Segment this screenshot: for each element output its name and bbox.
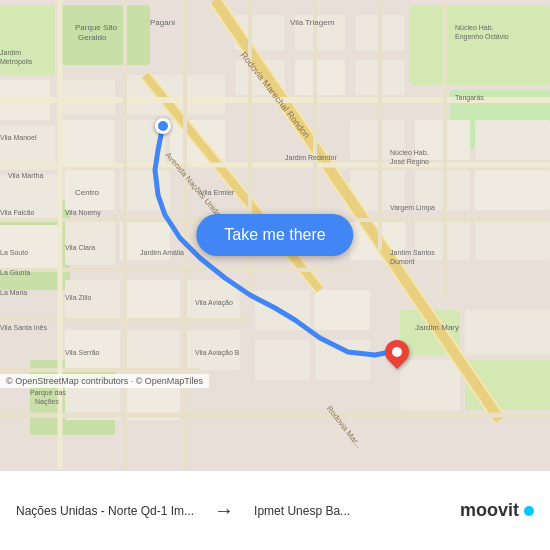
svg-text:Pagani: Pagani <box>150 18 175 27</box>
svg-text:Vila Noemy: Vila Noemy <box>65 209 101 217</box>
svg-text:Jardim Mary: Jardim Mary <box>415 323 459 332</box>
start-pin <box>155 118 171 134</box>
svg-text:Parque São: Parque São <box>75 23 118 32</box>
svg-text:La Maria: La Maria <box>0 289 27 296</box>
svg-rect-25 <box>65 220 115 265</box>
svg-rect-47 <box>315 340 370 380</box>
svg-text:La Giunta: La Giunta <box>0 269 30 276</box>
end-pin-body <box>380 335 414 369</box>
svg-text:Vargem Limpa: Vargem Limpa <box>390 204 435 212</box>
svg-text:Engenho Octávio: Engenho Octávio <box>455 33 509 41</box>
svg-rect-29 <box>475 120 550 160</box>
map-container: Rodovia Marechal Rondon Avenida Nações U… <box>0 0 550 470</box>
svg-rect-5 <box>410 5 550 85</box>
svg-text:Vila Ermler: Vila Ermler <box>200 189 235 196</box>
svg-text:Vila Martha: Vila Martha <box>8 172 43 179</box>
end-pin-inner <box>392 347 402 357</box>
svg-text:Jardim Santos: Jardim Santos <box>390 249 435 256</box>
svg-text:Vila Aviação: Vila Aviação <box>195 299 233 307</box>
svg-text:Vila Falcão: Vila Falcão <box>0 209 35 216</box>
svg-text:Vila Aviação B: Vila Aviação B <box>195 349 240 357</box>
svg-text:José Regino: José Regino <box>390 158 429 166</box>
svg-text:Vila Serrão: Vila Serrão <box>65 349 100 356</box>
svg-rect-40 <box>125 330 180 370</box>
svg-text:Vila Clara: Vila Clara <box>65 244 95 251</box>
svg-text:Geraldo: Geraldo <box>78 33 107 42</box>
start-pin-circle <box>155 118 171 134</box>
end-pin <box>385 340 409 372</box>
svg-rect-24 <box>0 225 60 270</box>
svg-text:La Souto: La Souto <box>0 249 28 256</box>
svg-text:Jardim: Jardim <box>0 49 21 56</box>
svg-text:Jardim Redentor: Jardim Redentor <box>285 154 337 161</box>
svg-text:Jardim Amália: Jardim Amália <box>140 249 184 256</box>
svg-rect-37 <box>125 280 180 320</box>
svg-rect-32 <box>475 170 550 210</box>
route-to-label: Ipmet Unesp Ba... <box>254 504 350 518</box>
moovit-dot <box>524 506 534 516</box>
end-pin-marker <box>385 340 409 372</box>
svg-text:Parque das: Parque das <box>30 389 66 397</box>
route-from-label: Nações Unidas - Norte Qd-1 Im... <box>16 504 194 518</box>
svg-text:Núcleo Hab.: Núcleo Hab. <box>455 24 494 31</box>
map-attribution: © OpenStreetMap contributors · © OpenMap… <box>0 374 209 388</box>
svg-rect-49 <box>465 310 550 355</box>
route-info: Nações Unidas - Norte Qd-1 Im... → Ipmet… <box>16 499 460 522</box>
svg-rect-45 <box>315 290 370 330</box>
svg-rect-50 <box>400 360 460 410</box>
bottom-bar: Nações Unidas - Norte Qd-1 Im... → Ipmet… <box>0 470 550 550</box>
route-arrow: → <box>214 499 234 522</box>
moovit-text: moovit <box>460 500 519 521</box>
svg-rect-19 <box>295 60 345 95</box>
svg-text:Vila Zillo: Vila Zillo <box>65 294 91 301</box>
svg-text:Centro: Centro <box>75 188 100 197</box>
moovit-logo: moovit <box>460 500 534 521</box>
svg-text:Vila Triagem: Vila Triagem <box>290 18 335 27</box>
svg-rect-35 <box>475 220 550 260</box>
svg-text:Núcleo Hab.: Núcleo Hab. <box>390 149 429 156</box>
svg-text:Nações: Nações <box>35 398 59 406</box>
svg-rect-11 <box>60 120 115 165</box>
take-me-there-button[interactable]: Take me there <box>196 214 353 256</box>
svg-text:Vila Manoel: Vila Manoel <box>0 134 37 141</box>
svg-text:Tangarás: Tangarás <box>455 94 484 102</box>
svg-text:Metrópolis: Metrópolis <box>0 58 33 66</box>
svg-text:Vila Santa Inês: Vila Santa Inês <box>0 324 47 331</box>
svg-text:Dumont: Dumont <box>390 258 415 265</box>
svg-rect-46 <box>255 340 310 380</box>
